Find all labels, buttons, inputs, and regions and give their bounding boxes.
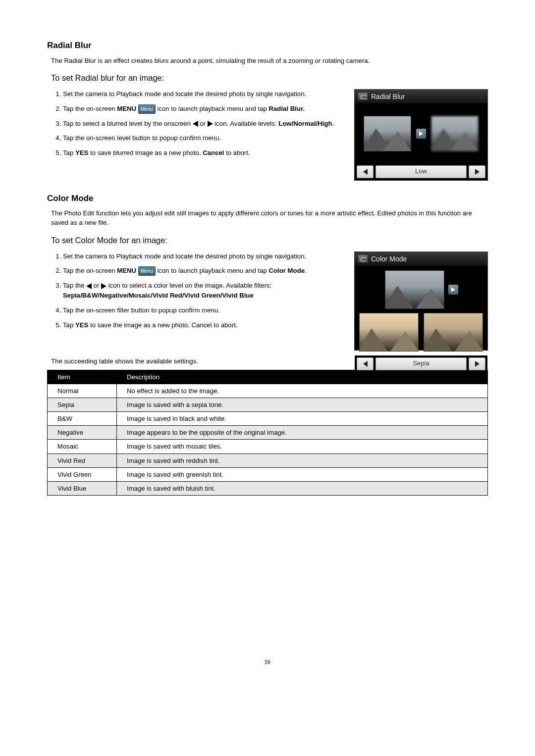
text: or bbox=[94, 282, 101, 289]
step-5: Tap YES to save blurred image as a new p… bbox=[63, 148, 343, 158]
col-item: Item bbox=[48, 370, 117, 384]
text: icon to select a color level on the imag… bbox=[108, 282, 272, 289]
text: icon to launch playback menu and tap bbox=[157, 105, 268, 112]
step-3: Tap to select a blurred level by the ons… bbox=[63, 119, 343, 129]
camera-screen-radial: Radial Blur Low bbox=[354, 89, 488, 181]
levels: Low/Normal/High bbox=[278, 120, 332, 127]
level-button[interactable]: Low bbox=[375, 165, 467, 178]
text: Tap the bbox=[63, 282, 86, 289]
camera-title: Radial Blur bbox=[371, 92, 405, 101]
preview-blurred bbox=[431, 116, 479, 151]
step-3: Tap the or icon to select a color level … bbox=[63, 281, 343, 301]
step-2: Tap the on-screen MENU Menu icon to laun… bbox=[63, 266, 343, 276]
cell-desc: Image is saved with reddish tint. bbox=[117, 454, 488, 467]
prev-level-button[interactable] bbox=[357, 165, 374, 178]
preview-original bbox=[364, 116, 411, 151]
triangle-left-icon bbox=[193, 121, 198, 127]
arrow-right-icon bbox=[448, 285, 458, 295]
table-row: Vivid GreenImage is saved with greenish … bbox=[48, 467, 488, 481]
steps-color-mode: Set the camera to Playback mode and loca… bbox=[61, 252, 343, 330]
section-color-mode: Color Mode The Photo Edit function lets … bbox=[47, 193, 488, 496]
cell-desc: Image is saved with mosaic tiles. bbox=[117, 440, 488, 454]
cell-desc: Image is saved in black and white. bbox=[117, 412, 488, 426]
section-radial-blur: Radial Blur The Radial Blur is an effect… bbox=[47, 40, 488, 181]
text: Tap the on-screen bbox=[63, 105, 117, 112]
intro-color-mode: The Photo Edit function lets you adjust … bbox=[51, 208, 488, 227]
next-level-button[interactable] bbox=[469, 165, 485, 178]
text: Tap bbox=[63, 321, 75, 329]
step-2: Tap the on-screen MENU Menu icon to laun… bbox=[63, 104, 343, 114]
table-row: B&WImage is saved in black and white. bbox=[48, 412, 488, 426]
step-4: Tap the on-screen level button to popup … bbox=[63, 133, 343, 143]
chevron-right-icon bbox=[475, 169, 480, 175]
text: to save the image as a new photo, Cancel… bbox=[90, 321, 238, 329]
chevron-left-icon bbox=[363, 169, 368, 175]
text: icon to launch playback menu and tap bbox=[157, 267, 268, 274]
cell-desc: Image is saved with a sepia tone. bbox=[117, 398, 488, 411]
yes-word: YES bbox=[75, 321, 88, 329]
text: . bbox=[332, 120, 334, 127]
cell-item: Normal bbox=[48, 384, 117, 398]
menu-icon: Menu bbox=[138, 104, 156, 114]
camera-titlebar: Color Mode bbox=[355, 252, 487, 266]
table-row: Vivid BlueImage is saved with bluish tin… bbox=[48, 481, 488, 495]
step-5: Tap YES to save the image as a new photo… bbox=[63, 320, 343, 330]
step-1: Set the camera to Playback mode and loca… bbox=[63, 89, 343, 99]
cell-item: Sepia bbox=[48, 398, 117, 411]
back-icon[interactable] bbox=[358, 254, 368, 263]
cell-desc: Image is saved with bluish tint. bbox=[117, 481, 488, 495]
subhead-color-mode: To set Color Mode for an image: bbox=[51, 235, 488, 247]
step-1: Set the camera to Playback mode and loca… bbox=[63, 252, 343, 261]
text: Tap the on-screen bbox=[63, 267, 117, 274]
heading-radial-blur: Radial Blur bbox=[47, 40, 488, 52]
chevron-left-icon bbox=[363, 361, 368, 367]
preview-right bbox=[424, 313, 483, 352]
bold-tail: Color Mode bbox=[269, 267, 305, 274]
back-icon[interactable] bbox=[358, 92, 368, 101]
cell-desc: No effect is added to the image. bbox=[117, 384, 488, 398]
cancel-word: Cancel bbox=[203, 149, 224, 156]
prev-filter-button[interactable] bbox=[357, 357, 374, 370]
next-filter-button[interactable] bbox=[469, 357, 485, 370]
text: to save blurred image as a new photo, bbox=[90, 149, 203, 156]
intro-radial-blur: The Radial Blur is an effect creates blu… bbox=[51, 56, 488, 65]
menu-word: MENU bbox=[117, 267, 136, 274]
step-4: Tap the on-screen filter button to popup… bbox=[63, 305, 343, 315]
cell-item: Vivid Red bbox=[48, 454, 117, 467]
preview-left bbox=[359, 313, 419, 352]
bold-tail: Radial Blur. bbox=[269, 105, 305, 112]
cell-item: B&W bbox=[48, 412, 117, 426]
yes-word: YES bbox=[75, 149, 88, 156]
text: . bbox=[305, 267, 307, 274]
cell-desc: Image appears to be the opposite of the … bbox=[117, 426, 488, 440]
heading-color-mode: Color Mode bbox=[47, 193, 488, 205]
triangle-left-icon bbox=[86, 283, 92, 289]
chevron-right-icon bbox=[475, 361, 480, 367]
cell-item: Vivid Blue bbox=[48, 481, 117, 495]
triangle-right-icon bbox=[101, 283, 107, 289]
steps-radial-blur: Set the camera to Playback mode and loca… bbox=[61, 89, 343, 158]
settings-table: Item Description NormalNo effect is adde… bbox=[47, 370, 488, 496]
cell-item: Negative bbox=[48, 426, 117, 440]
menu-word: MENU bbox=[117, 105, 136, 112]
arrow-right-icon bbox=[416, 129, 426, 139]
filters: Sepia/B&W/Negative/Mosaic/Vivid Red/Vivi… bbox=[63, 292, 254, 299]
table-row: NormalNo effect is added to the image. bbox=[48, 384, 488, 398]
table-row: NegativeImage appears to be the opposite… bbox=[48, 426, 488, 440]
camera-title: Color Mode bbox=[371, 254, 407, 264]
menu-icon: Menu bbox=[138, 266, 156, 276]
cell-desc: Image is saved with greenish tint. bbox=[117, 467, 488, 481]
table-row: Vivid RedImage is saved with reddish tin… bbox=[48, 454, 488, 467]
text: Tap to select a blurred level by the ons… bbox=[63, 120, 193, 127]
cell-item: Vivid Green bbox=[48, 467, 117, 481]
text: icon. Available levels: bbox=[214, 120, 278, 127]
camera-titlebar: Radial Blur bbox=[355, 90, 487, 104]
subhead-radial-blur: To set Radial blur for an image: bbox=[51, 72, 488, 84]
filter-button[interactable]: Sepia bbox=[375, 357, 467, 370]
page-number: 59 bbox=[47, 659, 488, 666]
text: Tap bbox=[63, 149, 75, 156]
camera-bottom-bar: Low bbox=[355, 163, 487, 180]
text: to abort. bbox=[226, 149, 250, 156]
preview-original bbox=[385, 270, 444, 309]
table-row: SepiaImage is saved with a sepia tone. bbox=[48, 398, 488, 411]
